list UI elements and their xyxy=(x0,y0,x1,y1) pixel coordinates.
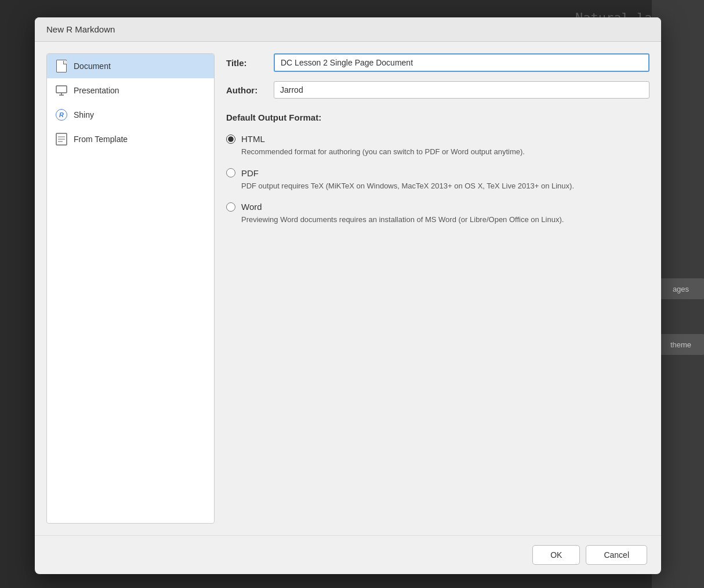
ages-button[interactable]: ages xyxy=(658,278,704,299)
html-radio-row: HTML xyxy=(226,134,649,144)
format-section-heading: Default Output Format: xyxy=(226,112,649,122)
dialog-title: New R Markdown xyxy=(46,24,115,34)
dialog-content: Document Presentation R Shiny xyxy=(35,42,661,535)
html-radio[interactable] xyxy=(226,135,235,144)
main-panel: Title: Author: Default Output Format: HT… xyxy=(226,53,649,524)
word-radio[interactable] xyxy=(226,202,235,212)
template-icon xyxy=(56,133,67,146)
dialog-titlebar: New R Markdown xyxy=(35,17,661,42)
sidebar-item-document-label: Document xyxy=(74,61,111,71)
pdf-radio[interactable] xyxy=(226,168,235,177)
word-description: Previewing Word documents requires an in… xyxy=(241,214,649,226)
svg-rect-0 xyxy=(56,86,67,93)
ok-button[interactable]: OK xyxy=(532,545,580,565)
word-label: Word xyxy=(241,202,262,212)
author-label: Author: xyxy=(226,85,267,95)
sidebar-item-presentation-label: Presentation xyxy=(74,86,119,95)
theme-button[interactable]: theme xyxy=(658,334,704,355)
pdf-radio-row: PDF xyxy=(226,168,649,178)
new-rmarkdown-dialog: New R Markdown Document xyxy=(35,17,661,574)
presentation-icon-wrapper xyxy=(55,84,68,97)
type-sidebar: Document Presentation R Shiny xyxy=(46,53,215,524)
author-input[interactable] xyxy=(274,81,649,99)
html-label: HTML xyxy=(241,134,265,144)
sidebar-item-presentation[interactable]: Presentation xyxy=(47,78,214,103)
template-icon-wrapper xyxy=(55,133,68,146)
document-icon xyxy=(56,60,67,72)
sidebar-item-from-template-label: From Template xyxy=(74,135,128,144)
pdf-description: PDF output requires TeX (MiKTeX on Windo… xyxy=(241,180,649,192)
shiny-icon-wrapper: R xyxy=(55,108,68,121)
title-label: Title: xyxy=(226,58,267,68)
sidebar-item-from-template[interactable]: From Template xyxy=(47,127,214,151)
html-option: HTML Recommended format for authoring (y… xyxy=(226,134,649,158)
word-radio-row: Word xyxy=(226,202,649,212)
sidebar-item-shiny-label: Shiny xyxy=(74,110,94,119)
sidebar-item-shiny[interactable]: R Shiny xyxy=(47,103,214,127)
author-row: Author: xyxy=(226,81,649,99)
format-radio-group: HTML Recommended format for authoring (y… xyxy=(226,134,649,226)
presentation-icon xyxy=(55,84,68,97)
sidebar-item-document[interactable]: Document xyxy=(47,54,214,78)
shiny-icon: R xyxy=(56,109,67,121)
pdf-label: PDF xyxy=(241,168,259,178)
document-icon-wrapper xyxy=(55,60,68,72)
title-row: Title: xyxy=(226,53,649,72)
title-input[interactable] xyxy=(274,53,649,72)
cancel-button[interactable]: Cancel xyxy=(586,545,647,565)
pdf-option: PDF PDF output requires TeX (MiKTeX on W… xyxy=(226,168,649,192)
word-option: Word Previewing Word documents requires … xyxy=(226,202,649,226)
dialog-footer: OK Cancel xyxy=(35,535,661,574)
html-description: Recommended format for authoring (you ca… xyxy=(241,146,649,158)
